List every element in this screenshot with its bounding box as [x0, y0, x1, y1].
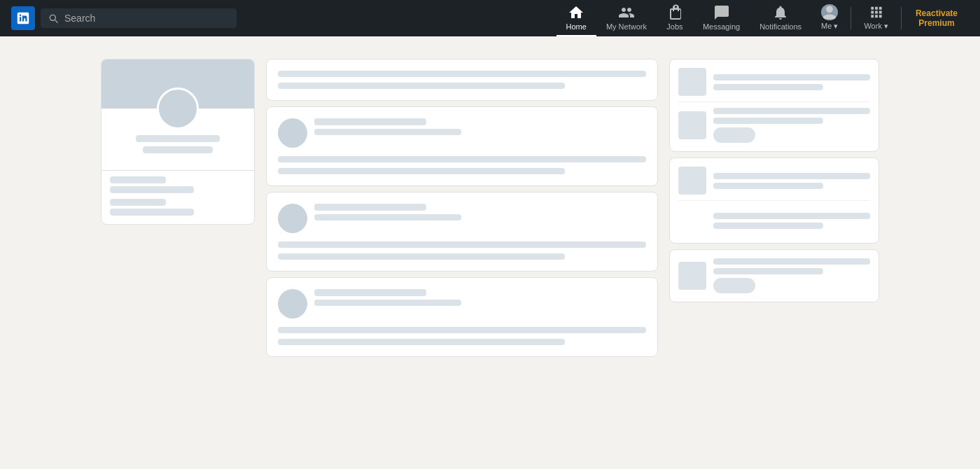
right-line-1a-1: [713, 74, 870, 80]
feed-body-line-5: [278, 327, 646, 333]
stat-skeleton-4: [110, 209, 194, 216]
feed-line-2: [278, 83, 565, 89]
reactivate-premium-button[interactable]: Reactivate Premium: [904, 0, 969, 36]
nav-item-jobs[interactable]: Jobs: [657, 0, 693, 36]
feed-avatar-3[interactable]: [278, 289, 307, 318]
right-sidebar: [669, 59, 879, 363]
jobs-label: Jobs: [666, 22, 682, 31]
profile-stats: [102, 176, 254, 224]
right-card-1: [669, 59, 879, 152]
right-card-2: [669, 158, 879, 244]
stat-skeleton-2: [110, 186, 194, 193]
profile-avatar[interactable]: [157, 88, 199, 130]
right-thumb-1a: [678, 68, 706, 96]
home-icon: [568, 4, 584, 21]
feed-body-line-4: [278, 253, 565, 260]
feed-card-top: [266, 59, 658, 101]
right-thumb-1b: [678, 111, 706, 139]
feed-name-2: [314, 204, 426, 211]
right-btn-1b[interactable]: [713, 127, 755, 143]
right-line-2b-1: [713, 213, 870, 219]
feed-card-2: [266, 192, 658, 272]
left-sidebar: [101, 59, 255, 363]
feed-body-line-1: [278, 156, 646, 162]
right-thumb-2a: [678, 167, 706, 195]
feed-content-3: [278, 327, 646, 345]
feed-header-3: [278, 289, 646, 318]
feed-body-line-2: [278, 168, 565, 174]
feed-content-2: [278, 241, 646, 260]
right-thumb-3a: [678, 262, 706, 290]
stat-row-1: [110, 176, 246, 193]
profile-divider: [102, 170, 254, 171]
search-icon: [48, 13, 59, 24]
feed-card-3: [266, 277, 658, 357]
right-lines-2b: [713, 213, 870, 229]
avatar: [821, 4, 838, 20]
feed-header-1: [278, 118, 646, 148]
feed-name-3: [314, 289, 426, 296]
profile-title-skeleton: [143, 146, 213, 153]
right-lines-1b: [713, 108, 870, 143]
right-line-2b-2: [713, 223, 823, 229]
search-bar[interactable]: [41, 8, 237, 28]
home-label: Home: [566, 22, 587, 31]
network-label: My Network: [606, 22, 647, 31]
search-input[interactable]: [64, 13, 230, 24]
stat-row-2: [110, 199, 246, 216]
feed-user-info-2: [314, 204, 646, 220]
linkedin-logo[interactable]: [11, 6, 35, 30]
right-row-1a: [678, 68, 870, 96]
right-divider-2: [678, 200, 870, 201]
page-content: [70, 48, 910, 374]
right-card-3: [669, 249, 879, 302]
feed-sub-3: [314, 300, 461, 306]
feed-body-line-3: [278, 241, 646, 248]
premium-label: Reactivate Premium: [916, 8, 958, 29]
nav-item-network[interactable]: My Network: [596, 0, 657, 36]
notifications-label: Notifications: [760, 22, 802, 31]
messaging-label: Messaging: [703, 22, 740, 31]
right-row-2b: [678, 206, 870, 234]
right-btn-3a[interactable]: [713, 278, 755, 293]
profile-card: [101, 59, 255, 225]
nav-item-messaging[interactable]: Messaging: [693, 0, 750, 36]
right-line-2a-1: [713, 173, 870, 179]
feed-sub-1: [314, 129, 461, 135]
profile-name-skeleton: [136, 135, 220, 142]
feed-content-1: [278, 156, 646, 174]
feed-avatar-2[interactable]: [278, 204, 307, 233]
feed-header-2: [278, 204, 646, 233]
nav-item-home[interactable]: Home: [556, 0, 596, 36]
feed-user-info-3: [314, 289, 646, 306]
nav-item-work[interactable]: Work ▾: [854, 0, 898, 36]
feed-body-line-6: [278, 339, 565, 345]
stat-skeleton-3: [110, 199, 166, 206]
navbar: Home My Network Jobs Messaging: [0, 0, 980, 36]
nav-divider-2: [901, 7, 902, 29]
right-row-3a: [678, 258, 870, 293]
work-grid-icon: [868, 4, 885, 20]
right-lines-3a: [713, 258, 870, 293]
right-line-2a-2: [713, 183, 823, 189]
nav-item-notifications[interactable]: Notifications: [750, 0, 811, 36]
notifications-icon: [772, 4, 789, 21]
feed: [266, 59, 658, 363]
jobs-icon: [666, 4, 683, 21]
right-lines-1a: [713, 74, 870, 90]
right-row-1b: [678, 108, 870, 143]
messaging-icon: [713, 4, 730, 21]
network-icon: [618, 4, 635, 21]
right-lines-2a: [713, 173, 870, 189]
feed-card-1: [266, 106, 658, 186]
feed-avatar-1[interactable]: [278, 118, 307, 148]
right-line-1a-2: [713, 84, 823, 90]
feed-sub-2: [314, 214, 461, 220]
me-label: Me ▾: [821, 22, 838, 31]
right-row-2a: [678, 167, 870, 195]
right-line-1b-1: [713, 108, 870, 114]
nav-divider: [850, 7, 851, 29]
profile-avatar-wrap: [102, 88, 254, 130]
right-line-3a-2: [713, 268, 823, 274]
nav-item-me[interactable]: Me ▾: [811, 0, 848, 36]
